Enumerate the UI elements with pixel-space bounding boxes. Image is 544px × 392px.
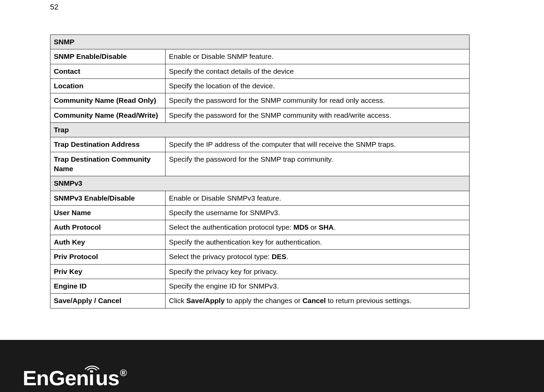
row-label: Priv Key [50,264,166,279]
row-label: Priv Protocol [50,250,166,264]
row-desc: Specify the contact details of the devic… [166,64,470,78]
registered-icon: ® [120,368,127,378]
row-label: Contact [50,64,166,78]
table-row: User NameSpecify the username for SNMPv3… [50,206,470,220]
row-desc: Specify the password for the SNMP commun… [166,93,470,108]
table-row: Trap Destination Community NameSpecify t… [50,152,470,176]
section-header-row: SNMP [50,35,470,49]
text: Specify the IP address of the computer t… [169,140,396,148]
row-desc: Select the privacy protocol type: DES. [166,250,470,264]
row-label: SNMP Enable/Disable [50,49,166,64]
section-header-row: SNMPv3 [50,176,470,191]
row-desc: Specify the privacy key for privacy. [166,264,470,279]
row-desc: Specify the username for SNMPv3. [166,206,470,220]
text: Specify the location of the device. [169,82,275,90]
row-desc: Specify the engine ID for SNMPv3. [166,279,470,293]
bold-text: Save/Apply [186,297,224,304]
text: Specify the engine ID for SNMPv3. [169,282,279,290]
row-desc: Specify the IP address of the computer t… [166,137,470,152]
bold-text: MD5 [293,223,308,231]
row-label: Auth Protocol [50,220,166,235]
text: Enable or Disable SNMP feature. [169,52,274,60]
row-label: User Name [50,206,166,220]
table-row: Community Name (Read Only)Specify the pa… [50,93,470,108]
text: Select the authentication protocol type: [169,223,293,231]
table-row: Auth KeySpecify the authentication key f… [50,235,470,249]
bold-text: DES [272,253,286,260]
row-label: SNMPv3 Enable/Disable [50,191,166,205]
snmp-table-wrap: SNMPSNMP Enable/DisableEnable or Disable… [50,34,469,308]
table-row: ContactSpecify the contact details of th… [50,64,470,78]
bold-text: SHA [319,223,333,231]
section-header: Trap [50,123,470,137]
row-desc: Click Save/Apply to apply the changes or… [166,294,470,308]
table-row: Auth ProtocolSelect the authentication p… [50,220,470,235]
text: Specify the password for the SNMP trap c… [169,155,333,163]
row-label: Auth Key [50,235,166,249]
section-header: SNMPv3 [50,176,470,191]
row-desc: Select the authentication protocol type:… [166,220,470,235]
text: Specify the contact details of the devic… [169,67,294,75]
row-desc: Specify the location of the device. [166,79,470,93]
row-label: Community Name (Read Only) [50,93,166,108]
row-desc: Enable or Disable SNMPv3 feature. [166,191,470,205]
row-label: Trap Destination Community Name [50,152,166,176]
brand-text-i-wrap: i [89,368,95,389]
table-row: Priv KeySpecify the privacy key for priv… [50,264,470,279]
row-desc: Specify the authentication key for authe… [166,235,470,249]
table-row: LocationSpecify the location of the devi… [50,79,470,93]
table-row: SNMPv3 Enable/DisableEnable or Disable S… [50,191,470,205]
row-label: Save/Apply / Cancel [50,294,166,308]
text: Specify the password for the SNMP commun… [169,96,385,104]
row-label: Location [50,79,166,93]
table-row: Save/Apply / CancelClick Save/Apply to a… [50,294,470,308]
page-number: 52 [50,3,58,11]
text: or [308,223,319,231]
brand-logo: EnGen i us ® [23,368,126,389]
text: Specify the password for the SNMP commun… [169,111,391,119]
text: Select the privacy protocol type: [169,253,272,260]
text: . [334,223,336,231]
table-row: Trap Destination AddressSpecify the IP a… [50,137,470,152]
table-row: SNMP Enable/DisableEnable or Disable SNM… [50,49,470,64]
text: to apply the changes or [225,297,303,304]
row-desc: Specify the password for the SNMP commun… [166,108,470,122]
snmp-table: SNMPSNMP Enable/DisableEnable or Disable… [50,34,470,308]
row-label: Community Name (Read/Write) [50,108,166,122]
document-page: 52 SNMPSNMP Enable/DisableEnable or Disa… [0,0,544,392]
footer-bar: EnGen i us ® [0,340,544,392]
text: Specify the authentication key for authe… [169,238,322,246]
row-desc: Specify the password for the SNMP trap c… [166,152,470,176]
section-header: SNMP [50,35,470,49]
text: Enable or Disable SNMPv3 feature. [169,194,281,202]
table-row: Engine IDSpecify the engine ID for SNMPv… [50,279,470,293]
bold-text: Cancel [303,297,326,304]
text: Specify the username for SNMPv3. [169,209,280,216]
text: . [286,253,288,260]
wifi-icon [84,360,101,370]
text: Specify the privacy key for privacy. [169,268,278,275]
row-desc: Enable or Disable SNMP feature. [166,49,470,64]
table-row: Priv ProtocolSelect the privacy protocol… [50,250,470,264]
text: Click [169,297,186,304]
brand-text-post: us [95,368,119,389]
table-row: Community Name (Read/Write)Specify the p… [50,108,470,122]
row-label: Trap Destination Address [50,137,166,152]
text: to return previous settings. [326,297,411,304]
row-label: Engine ID [50,279,166,293]
brand-text-pre: EnGen [23,368,89,389]
section-header-row: Trap [50,123,470,137]
